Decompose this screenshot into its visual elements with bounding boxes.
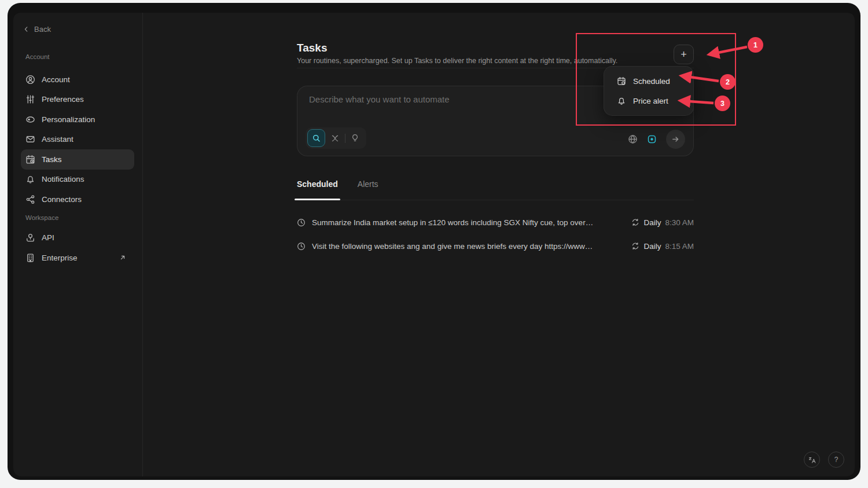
back-label: Back: [34, 25, 51, 34]
sidebar-item-tasks[interactable]: Tasks: [21, 149, 134, 170]
sidebar-item-label: Notifications: [42, 175, 84, 184]
bell-icon: [25, 174, 35, 184]
page-title: Tasks: [297, 42, 327, 54]
sliders-icon: [25, 94, 35, 104]
tab-alerts[interactable]: Alerts: [358, 175, 378, 200]
magnifier-icon: [312, 134, 321, 143]
person-circle-icon: [25, 75, 35, 85]
sidebar-item-label: Assistant: [42, 135, 73, 144]
deep-search-button[interactable]: [307, 129, 325, 147]
back-button[interactable]: Back: [23, 23, 142, 35]
question-mark-icon: ?: [834, 456, 838, 464]
task-cadence: Daily: [643, 218, 661, 227]
submit-button[interactable]: [666, 130, 685, 149]
ideas-button[interactable]: [351, 134, 359, 142]
task-row[interactable]: Visit the following websites ang and giv…: [297, 236, 694, 256]
bell-icon: [617, 96, 626, 105]
help-button[interactable]: ?: [828, 452, 844, 468]
knot-mode-button[interactable]: [330, 134, 340, 143]
task-tabs: Scheduled Alerts: [297, 175, 694, 200]
menu-item-scheduled[interactable]: Scheduled: [604, 71, 693, 91]
sidebar-item-label: API: [42, 233, 54, 242]
automation-input[interactable]: [309, 94, 633, 120]
clock-icon: [297, 242, 306, 251]
sidebar-item-assistant[interactable]: Assistant: [21, 130, 134, 150]
sidebar-item-label: Connectors: [42, 195, 82, 204]
task-cadence: Daily: [643, 242, 661, 251]
app-frame-icon: [647, 134, 657, 144]
translate-icon: [808, 456, 816, 464]
globe-icon: [628, 134, 638, 144]
browser-app-button[interactable]: [647, 134, 657, 144]
plus-icon: +: [681, 49, 687, 61]
composer-mode-group: [306, 127, 366, 149]
menu-item-label: Price alert: [633, 97, 668, 105]
task-row[interactable]: Summarize India market setup in ≤120 wor…: [297, 212, 694, 233]
sidebar-item-api[interactable]: API: [21, 228, 134, 248]
knot-icon: [330, 134, 340, 143]
create-task-menu: Scheduled Price alert: [604, 66, 694, 116]
assistant-mail-icon: [25, 134, 35, 144]
menu-item-price-alert[interactable]: Price alert: [604, 91, 693, 111]
annotation-badge-2: 2: [720, 74, 735, 90]
settings-sidebar: Back Account Account Preferences Persona…: [13, 13, 143, 476]
tasks-calendar-icon: [25, 155, 35, 164]
lightbulb-icon: [351, 134, 359, 142]
task-text: Summarize India market setup in ≤120 wor…: [312, 218, 593, 227]
personalization-icon: [25, 115, 35, 124]
task-schedule: Daily 8:30 AM: [631, 218, 694, 227]
sidebar-item-label: Account: [42, 75, 70, 84]
sidebar-item-label: Personalization: [42, 115, 95, 124]
task-time: 8:30 AM: [665, 218, 694, 227]
sidebar-item-label: Preferences: [42, 95, 84, 104]
section-header-workspace: Workspace: [25, 214, 142, 222]
composer-actions: [628, 130, 685, 149]
annotation-badge-3: 3: [715, 96, 730, 111]
connectors-icon: [25, 195, 35, 204]
enterprise-building-icon: [25, 253, 35, 263]
calendar-icon: [617, 76, 626, 86]
sidebar-item-account[interactable]: Account: [21, 69, 134, 90]
repeat-icon: [631, 242, 639, 250]
annotation-badge-1: 1: [748, 37, 763, 53]
external-link-icon: [119, 254, 126, 261]
repeat-icon: [631, 218, 639, 226]
task-time: 8:15 AM: [665, 242, 694, 251]
sidebar-item-notifications[interactable]: Notifications: [21, 170, 134, 190]
sidebar-item-connectors[interactable]: Connectors: [21, 189, 134, 210]
tab-scheduled[interactable]: Scheduled: [297, 175, 338, 200]
screenshot-stage: Back Account Account Preferences Persona…: [0, 0, 868, 488]
arrow-right-icon: [671, 135, 680, 144]
sidebar-item-label: Tasks: [42, 155, 62, 164]
add-task-button[interactable]: +: [674, 45, 694, 64]
clock-icon: [297, 218, 306, 227]
section-header-account: Account: [25, 53, 142, 61]
task-text: Visit the following websites ang and giv…: [312, 242, 593, 251]
chevron-left-icon: [23, 25, 30, 33]
web-search-button[interactable]: [628, 134, 638, 144]
menu-item-label: Scheduled: [633, 77, 670, 86]
api-icon: [25, 233, 35, 243]
sidebar-item-label: Enterprise: [42, 254, 78, 262]
sidebar-item-personalization[interactable]: Personalization: [21, 109, 134, 130]
sidebar-item-enterprise[interactable]: Enterprise: [21, 248, 134, 268]
composer-divider: [345, 134, 345, 143]
page-subtitle: Your routines, supercharged. Set up Task…: [297, 57, 617, 65]
task-schedule: Daily 8:15 AM: [631, 242, 694, 251]
language-button[interactable]: [804, 452, 820, 468]
sidebar-item-preferences[interactable]: Preferences: [21, 90, 134, 110]
